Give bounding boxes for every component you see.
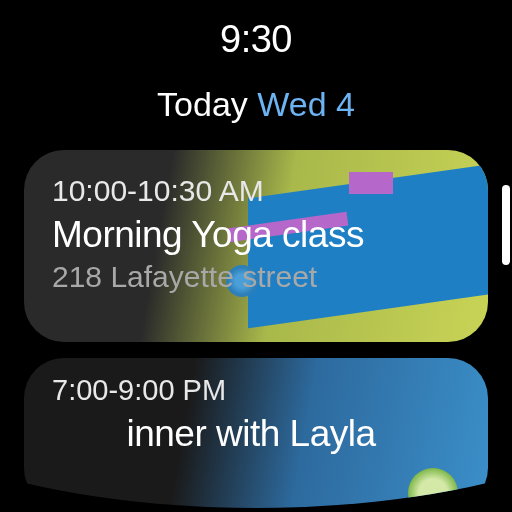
header-today-label: Today — [157, 85, 248, 123]
event-card[interactable]: 10:00-10:30 AM Morning Yoga class 218 La… — [24, 150, 488, 342]
scroll-indicator[interactable] — [502, 185, 510, 265]
event-card[interactable]: 7:00-9:00 PM inner with Layla — [24, 358, 488, 508]
event-title: Morning Yoga class — [52, 214, 460, 256]
date-header: Today Wed 4 — [0, 85, 512, 124]
event-time: 7:00-9:00 PM — [52, 374, 460, 407]
event-location: 218 Lafayette street — [52, 260, 460, 294]
header-date: Wed 4 — [257, 85, 355, 123]
event-title: inner with Layla — [42, 413, 460, 455]
event-time: 10:00-10:30 AM — [52, 174, 460, 208]
events-list: 10:00-10:30 AM Morning Yoga class 218 La… — [0, 150, 512, 508]
status-time: 9:30 — [0, 0, 512, 61]
